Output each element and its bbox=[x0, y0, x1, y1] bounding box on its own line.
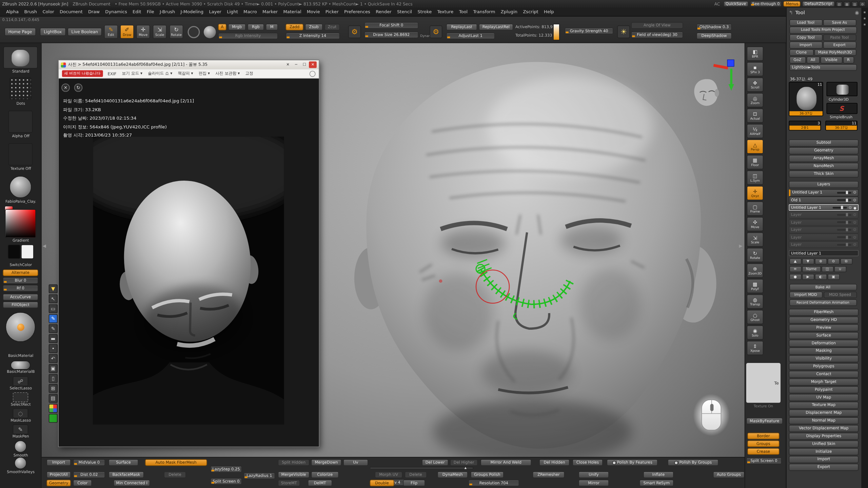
split-screen-slider[interactable]: Split Screen 0 bbox=[746, 458, 782, 464]
rf-slider[interactable]: Rf 0 bbox=[3, 285, 38, 292]
layout-grid-icon[interactable]: ▤ bbox=[836, 1, 843, 6]
layer-new-button[interactable]: ⊕ bbox=[814, 258, 827, 264]
right-tray-toggle[interactable]: ▶ bbox=[739, 243, 743, 248]
sculpt-head[interactable] bbox=[332, 49, 742, 458]
bottom-button[interactable]: Close Holes bbox=[572, 459, 603, 466]
menu-item[interactable]: Preferences bbox=[341, 9, 373, 15]
layer-intensity-slider[interactable] bbox=[837, 214, 851, 216]
stroke-thumbnail[interactable] bbox=[9, 78, 32, 100]
zadd-button[interactable]: Zadd bbox=[285, 24, 303, 30]
layer-eye-icon[interactable]: ⊙ bbox=[853, 198, 856, 202]
subpalette-header[interactable]: Subtool bbox=[789, 139, 859, 146]
menu-item[interactable]: Movie bbox=[304, 9, 323, 15]
bottom-button[interactable]: DelMT bbox=[308, 480, 332, 487]
photo-menu-item[interactable]: 슬라이드 쇼 ▾ bbox=[148, 71, 172, 76]
divider-icon[interactable]: ▥ bbox=[851, 1, 858, 6]
Layer[interactable]: Layer ⊙ bbox=[789, 241, 859, 248]
replay-last-button[interactable]: ReplayLast bbox=[446, 24, 477, 30]
bottom-button[interactable]: ZRemesher bbox=[533, 471, 565, 478]
import-mdd-button[interactable]: Import MDD bbox=[789, 291, 822, 298]
crease-button[interactable]: Crease bbox=[747, 448, 780, 455]
subpalette-header[interactable]: Contact bbox=[789, 371, 859, 378]
brush-thumbnail[interactable] bbox=[3, 46, 38, 68]
bottom-button[interactable]: StoreMT bbox=[278, 480, 300, 487]
bottom-button[interactable]: MidValue 0 bbox=[73, 459, 105, 466]
actual-button[interactable]: ⊡ Actual bbox=[747, 108, 763, 123]
simplebrush-thumbnail[interactable]: S bbox=[827, 103, 857, 114]
layers-header[interactable]: Layers bbox=[789, 181, 859, 188]
subpalette-header[interactable]: UV Map bbox=[789, 394, 859, 401]
subpalette-header[interactable]: Export bbox=[789, 464, 859, 470]
bottom-button[interactable]: MergeVisible bbox=[278, 471, 310, 478]
cylinder3d-thumbnail[interactable] bbox=[827, 82, 857, 96]
layer-eye-icon[interactable]: ⊙ bbox=[853, 235, 856, 239]
settings-gear-icon[interactable]: ⚙ bbox=[859, 1, 866, 6]
bottom-button[interactable]: MergeDown bbox=[311, 459, 342, 466]
zoom3d-button[interactable]: ⊕ Zoom3D bbox=[747, 263, 763, 278]
pin-circle-icon[interactable] bbox=[310, 70, 316, 77]
blur-slider[interactable]: Blur 0 bbox=[3, 277, 38, 284]
layer-eye-icon[interactable]: ⊙ bbox=[853, 220, 856, 225]
layer-intensity-slider[interactable] bbox=[837, 222, 851, 223]
menu-item[interactable]: Color bbox=[40, 9, 57, 15]
layer-intensity-slider[interactable] bbox=[837, 199, 851, 201]
subpalette-header[interactable]: Initialize bbox=[789, 448, 859, 455]
update-badge[interactable]: 새 버전이 나왔습니다 bbox=[62, 70, 103, 77]
pencil-icon[interactable]: ✎ bbox=[49, 324, 58, 333]
lightbox-button[interactable]: LightBox bbox=[40, 28, 66, 36]
basic-material-thumbnail[interactable] bbox=[5, 312, 35, 342]
point-icon[interactable]: • bbox=[49, 344, 58, 353]
palette-config-icon[interactable]: ▦ bbox=[844, 1, 850, 6]
rotate-gyro-button[interactable]: ↻ Rotate bbox=[747, 248, 763, 262]
layer-delete-button[interactable]: ⊖ bbox=[827, 258, 840, 264]
menu-item[interactable]: Stencil bbox=[394, 9, 415, 15]
qxyz-button[interactable]: ✛ Qxyz bbox=[747, 186, 763, 200]
menu-item[interactable]: Zplugin bbox=[498, 9, 520, 15]
layer-intensity-slider[interactable] bbox=[837, 192, 851, 194]
select-rect-icon[interactable] bbox=[13, 392, 28, 402]
photo-menu-item[interactable]: 편집 ▾ bbox=[199, 71, 210, 76]
tool-action-button[interactable]: GoZ bbox=[789, 57, 806, 63]
bottom-button[interactable]: BackfaceMask bbox=[108, 471, 144, 478]
edge-divider-icon[interactable]: ▪ bbox=[864, 22, 866, 26]
frame-button[interactable]: ▢ Frame bbox=[747, 201, 763, 216]
tool-action-button[interactable]: Save As bbox=[823, 19, 856, 26]
photo-pin-button[interactable]: ✕ bbox=[284, 61, 292, 68]
overlay-rotate-icon[interactable]: ↻ bbox=[74, 84, 82, 92]
bpr-button[interactable]: ◧ BPR bbox=[747, 46, 763, 61]
layer-split-button[interactable]: ◫ bbox=[821, 266, 833, 272]
bottom-button[interactable]: Delete bbox=[164, 471, 186, 478]
layer-intensity-slider[interactable] bbox=[837, 229, 851, 231]
bottom-button[interactable]: Del Higher bbox=[450, 459, 478, 466]
bottom-button[interactable]: Polish By Groups bbox=[668, 459, 718, 466]
photo-menu-item[interactable]: EXIF bbox=[108, 71, 117, 76]
border-button[interactable]: Border bbox=[747, 433, 780, 440]
Layer[interactable]: Layer ⊙ bbox=[789, 234, 859, 241]
light-icon[interactable]: ☀ bbox=[617, 25, 630, 38]
tool-action-button[interactable]: Paste Tool bbox=[823, 34, 856, 41]
subpalette-header[interactable]: Geometry HD bbox=[789, 317, 859, 323]
alpha-thumbnail[interactable] bbox=[8, 111, 33, 133]
tool-action-button[interactable]: Load Tools From Project bbox=[789, 26, 856, 33]
bottom-button[interactable]: Flip bbox=[403, 480, 425, 487]
menu-item[interactable]: Marker bbox=[260, 9, 280, 15]
select-lasso-icon[interactable]: ☍ bbox=[13, 376, 28, 386]
bottom-button[interactable]: Import bbox=[46, 459, 71, 466]
bottom-button[interactable]: Smart ReSym bbox=[639, 480, 674, 487]
subpalette-header[interactable]: Vector Displacement Map bbox=[789, 425, 859, 432]
highlight-pen-icon[interactable]: ✎ bbox=[49, 314, 58, 323]
bottom-button[interactable]: Dist 0.02 bbox=[73, 471, 105, 478]
bottom-button[interactable]: Morph UV bbox=[375, 471, 402, 478]
menu-item[interactable]: Alpha bbox=[3, 9, 21, 15]
menu-item[interactable]: Render bbox=[373, 9, 394, 15]
aahalf-button[interactable]: ½ AAHalf bbox=[747, 124, 763, 138]
menu-item[interactable]: Material bbox=[280, 9, 304, 15]
color-picker[interactable] bbox=[5, 209, 36, 238]
undo-icon[interactable]: ↶ bbox=[49, 354, 58, 363]
bottom-button[interactable]: Unify bbox=[578, 471, 609, 478]
mouse-tool-icon[interactable]: ▯ bbox=[49, 374, 58, 383]
tool-action-button[interactable]: Make PolyMesh3D bbox=[814, 49, 856, 56]
z-intensity-slider[interactable]: Z Intensity 14 bbox=[285, 33, 340, 39]
focal-shift-slider[interactable]: Focal Shift 0 bbox=[364, 22, 418, 29]
texture-thumbnail[interactable] bbox=[8, 143, 33, 165]
